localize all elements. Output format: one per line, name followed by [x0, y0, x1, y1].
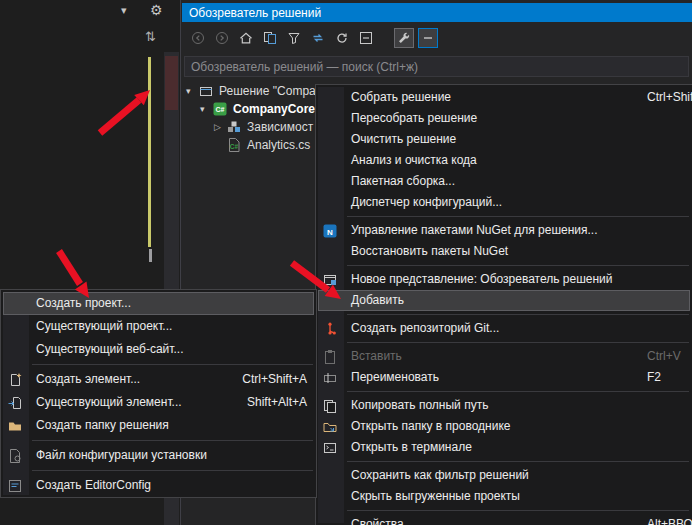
submenu-item-installer-config-file[interactable]: Файл конфигурации установки	[1, 444, 316, 467]
solution-icon	[198, 83, 214, 99]
menu-item-open-in-terminal[interactable]: Открыть в терминале	[316, 437, 692, 458]
submenu-item-new-project[interactable]: Создать проект...	[3, 292, 314, 315]
menu-item-copy-full-path[interactable]: Копировать полный путь	[316, 395, 692, 416]
modified-lines-tick	[149, 249, 152, 262]
csharp-file-icon: C#	[226, 137, 242, 153]
menu-item-add[interactable]: Добавить	[318, 290, 690, 311]
pending-changes-filter-icon[interactable]	[284, 28, 304, 48]
collapse-all-icon[interactable]	[356, 28, 376, 48]
existing-item-icon	[7, 395, 23, 411]
menu-separator	[32, 440, 313, 441]
menu-item-save-as-solution-filter[interactable]: Сохранить как фильтр решений	[316, 465, 692, 486]
solution-context-menu: Собрать решение Ctrl+Shif Пересобрать ре…	[315, 84, 692, 525]
editorconfig-icon	[7, 478, 23, 494]
expander-icon[interactable]: ▾	[186, 86, 198, 96]
terminal-icon	[322, 440, 338, 456]
tab-overflow-icon[interactable]: ▾	[121, 4, 127, 17]
search-placeholder-text: Обозреватель решений — поиск (Ctrl+ж)	[191, 60, 418, 74]
menu-item-paste[interactable]: Вставить Ctrl+V	[316, 346, 692, 367]
submenu-item-existing-item[interactable]: Существующий элемент... Shift+Alt+A	[1, 391, 316, 414]
properties-wrench-icon[interactable]	[394, 28, 414, 48]
forward-icon[interactable]	[212, 28, 232, 48]
menu-separator	[347, 510, 689, 511]
copy-path-icon	[322, 398, 338, 414]
menu-separator	[347, 265, 689, 266]
csharp-project-icon: C#	[212, 101, 228, 117]
menu-separator	[32, 364, 313, 365]
search-input[interactable]: Обозреватель решений — поиск (Ctrl+ж)	[184, 56, 689, 77]
menu-item-build-solution[interactable]: Собрать решение Ctrl+Shif	[316, 87, 692, 108]
switch-views-icon[interactable]	[260, 28, 280, 48]
home-icon[interactable]	[236, 28, 256, 48]
dependencies-icon	[226, 119, 242, 135]
tree-label: Analytics.cs	[247, 138, 310, 152]
scrollbar-annotation	[165, 56, 178, 110]
add-submenu: Создать проект... Существующий проект...…	[0, 289, 317, 498]
menu-item-new-solution-explorer-view[interactable]: Новое представление: Обозреватель решени…	[316, 269, 692, 290]
menu-item-restore-nuget[interactable]: Восстановить пакеты NuGet	[316, 241, 692, 262]
gear-icon[interactable]: ⚙	[150, 2, 163, 18]
menu-item-open-folder-in-explorer[interactable]: Открыть папку в проводнике	[316, 416, 692, 437]
menu-item-clean-solution[interactable]: Очистить решение	[316, 129, 692, 150]
new-item-icon	[7, 372, 23, 388]
tree-label: Решение "Compan	[219, 84, 322, 98]
expander-icon[interactable]: ▷	[214, 122, 226, 132]
menu-item-hide-unloaded-projects[interactable]: Скрыть выгруженные проекты	[316, 486, 692, 507]
setup-config-icon	[7, 448, 23, 464]
submenu-item-new-item[interactable]: Создать элемент... Ctrl+Shift+A	[1, 368, 316, 391]
menu-item-configuration-manager[interactable]: Диспетчер конфигураций...	[316, 192, 692, 213]
tree-label: CompanyCoreL	[233, 102, 322, 116]
menu-item-manage-nuget[interactable]: N Управление пакетами NuGet для решения.…	[316, 220, 692, 241]
menu-separator	[347, 314, 689, 315]
folder-explorer-icon	[322, 419, 338, 435]
menu-separator	[347, 461, 689, 462]
new-folder-icon	[7, 418, 23, 434]
menu-item-batch-build[interactable]: Пакетная сборка...	[316, 171, 692, 192]
back-icon[interactable]	[188, 28, 208, 48]
menu-item-properties[interactable]: Свойства Alt+ВВОД	[316, 514, 692, 525]
new-view-icon	[322, 272, 338, 288]
submenu-item-existing-project[interactable]: Существующий проект...	[1, 315, 316, 338]
svg-text:N: N	[327, 227, 333, 236]
modified-lines-bar	[148, 57, 151, 247]
rename-icon	[322, 370, 338, 386]
menu-separator	[32, 470, 313, 471]
git-icon	[322, 321, 338, 337]
panel-title-text: Обозреватель решений	[189, 6, 321, 20]
splitter-icon[interactable]: ⇅	[145, 29, 156, 44]
submenu-item-existing-website[interactable]: Существующий веб-сайт...	[1, 338, 316, 361]
svg-text:C#: C#	[230, 143, 239, 150]
solution-explorer-titlebar[interactable]: Обозреватель решений	[182, 3, 692, 22]
menu-separator	[347, 391, 689, 392]
nuget-icon: N	[322, 223, 338, 239]
menu-item-create-git-repository[interactable]: Создать репозиторий Git...	[316, 318, 692, 339]
menu-separator	[347, 342, 689, 343]
submenu-item-new-solution-folder[interactable]: Создать папку решения	[1, 414, 316, 437]
menu-item-code-analysis[interactable]: Анализ и очистка кода	[316, 150, 692, 171]
paste-icon	[322, 349, 338, 365]
solution-explorer-toolbar	[182, 24, 692, 52]
sync-with-active-document-icon[interactable]	[308, 28, 328, 48]
menu-item-rebuild-solution[interactable]: Пересобрать решение	[316, 108, 692, 129]
tree-label: Зависимост	[247, 120, 313, 134]
collapse-toggle-icon[interactable]	[418, 28, 438, 48]
submenu-item-new-editorconfig[interactable]: Создать EditorConfig	[1, 474, 316, 497]
refresh-icon[interactable]	[332, 28, 352, 48]
menu-item-rename[interactable]: Переименовать F2	[316, 367, 692, 388]
svg-text:C#: C#	[216, 106, 225, 113]
expander-icon[interactable]: ▾	[200, 104, 212, 114]
menu-separator	[347, 216, 689, 217]
